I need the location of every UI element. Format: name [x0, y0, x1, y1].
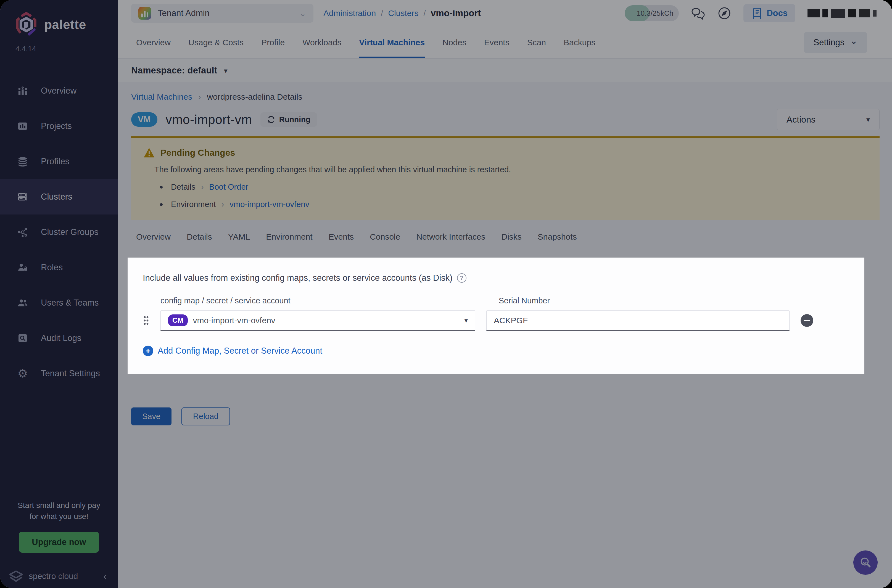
- breadcrumb-separator: /: [381, 9, 383, 18]
- environment-panel-title-row: Include all values from existing config …: [143, 273, 849, 283]
- sidebar-item-label: Clusters: [41, 192, 72, 202]
- serial-number-field-label: Serial Number: [499, 296, 813, 305]
- chevron-right-icon: ›: [201, 183, 204, 192]
- vm-tab-disks[interactable]: Disks: [502, 232, 522, 250]
- bullet-icon: [160, 186, 163, 189]
- save-button[interactable]: Save: [131, 408, 171, 425]
- usage-meter-text: 10.3/25kCh: [637, 9, 673, 18]
- help-icon[interactable]: ?: [457, 273, 466, 283]
- cluster-tabs-bar: Overview Usage & Costs Profile Workloads…: [118, 27, 892, 58]
- vm-tab-overview[interactable]: Overview: [136, 232, 171, 250]
- tab-workloads[interactable]: Workloads: [302, 27, 341, 58]
- upgrade-now-button[interactable]: Upgrade now: [19, 532, 99, 553]
- vm-tab-environment[interactable]: Environment: [266, 232, 312, 250]
- docs-label: Docs: [767, 8, 788, 18]
- breadcrumb-separator: ›: [198, 93, 201, 101]
- sidebar-item-cluster-groups[interactable]: Cluster Groups: [0, 214, 118, 250]
- sidebar-item-label: Roles: [41, 262, 63, 273]
- sidebar-item-label: Projects: [41, 121, 72, 131]
- caret-down-icon[interactable]: ▾: [224, 66, 228, 75]
- refresh-icon: [267, 116, 275, 124]
- drag-handle-icon[interactable]: [143, 315, 149, 326]
- sidebar-item-roles[interactable]: Roles: [0, 250, 118, 285]
- cluster-groups-icon: [15, 226, 30, 238]
- tab-virtual-machines[interactable]: Virtual Machines: [359, 27, 425, 58]
- sidebar-footer: spectro cloud ‹: [0, 564, 118, 588]
- gear-icon: ⚙: [15, 368, 30, 379]
- profiles-icon: [15, 156, 30, 167]
- tab-usage-costs[interactable]: Usage & Costs: [188, 27, 243, 58]
- tab-nodes[interactable]: Nodes: [442, 27, 466, 58]
- vm-breadcrumb-parent-link[interactable]: Virtual Machines: [131, 92, 192, 102]
- namespace-bar: Namespace: default ▾: [118, 58, 892, 82]
- pending-area: Environment: [171, 200, 216, 209]
- cloud-word: cloud: [58, 572, 78, 580]
- sidebar-item-projects[interactable]: Projects: [0, 108, 118, 144]
- chat-icon[interactable]: [691, 7, 705, 20]
- caret-down-icon: ▾: [464, 316, 468, 324]
- sidebar-collapse-icon[interactable]: ‹: [103, 571, 107, 582]
- tab-profile[interactable]: Profile: [261, 27, 285, 58]
- vm-tab-network-interfaces[interactable]: Network Interfaces: [416, 232, 485, 250]
- compass-icon[interactable]: [718, 6, 731, 20]
- vm-breadcrumb: Virtual Machines › wordpress-adelina Det…: [131, 92, 880, 102]
- actions-label: Actions: [787, 115, 815, 125]
- serial-number-input[interactable]: [486, 310, 790, 331]
- main-column: Tenant Admin ⌄ Administration / Clusters…: [118, 0, 892, 588]
- settings-button[interactable]: Settings ⌄: [804, 32, 867, 53]
- app-version: 4.4.14: [0, 37, 118, 53]
- top-bar: Tenant Admin ⌄ Administration / Clusters…: [118, 0, 892, 27]
- sidebar: palette 4.4.14 Overview: [0, 0, 118, 588]
- tenant-scope-select[interactable]: Tenant Admin ⌄: [131, 4, 314, 22]
- namespace-select[interactable]: Namespace: default: [131, 65, 217, 76]
- vm-tab-events[interactable]: Events: [329, 232, 354, 250]
- status-badge: Running: [260, 112, 317, 127]
- chevron-down-icon: ⌄: [850, 38, 858, 44]
- sidebar-item-profiles[interactable]: Profiles: [0, 144, 118, 179]
- chevron-right-icon: ›: [221, 200, 224, 209]
- configmap-select[interactable]: CM vmo-import-vm-ovfenv ▾: [161, 310, 475, 331]
- vm-tab-details[interactable]: Details: [187, 232, 212, 250]
- roles-icon: [15, 262, 30, 273]
- docs-button[interactable]: Docs: [743, 4, 795, 22]
- tab-backups[interactable]: Backups: [564, 27, 595, 58]
- configmap-row: CM vmo-import-vm-ovfenv ▾: [143, 310, 849, 331]
- reload-button[interactable]: Reload: [182, 408, 230, 425]
- tab-scan[interactable]: Scan: [527, 27, 546, 58]
- breadcrumb-link-clusters[interactable]: Clusters: [388, 9, 418, 18]
- pending-link-boot-order[interactable]: Boot Order: [209, 183, 248, 192]
- pending-link-ovfenv[interactable]: vmo-import-vm-ovfenv: [230, 200, 309, 209]
- tenant-scope-icon: [138, 7, 151, 20]
- tab-events[interactable]: Events: [484, 27, 509, 58]
- resource-center-launcher-button[interactable]: [853, 550, 878, 575]
- clusters-icon: [15, 191, 30, 202]
- vm-tab-yaml[interactable]: YAML: [228, 232, 250, 250]
- pending-item-details: Details › Boot Order: [160, 183, 867, 192]
- plus-icon: +: [143, 346, 153, 356]
- vm-tab-console[interactable]: Console: [370, 232, 400, 250]
- sidebar-item-audit-logs[interactable]: Audit Logs: [0, 321, 118, 356]
- vm-kind-badge: VM: [131, 112, 158, 127]
- sidebar-item-tenant-settings[interactable]: ⚙ Tenant Settings: [0, 356, 118, 391]
- add-configmap-label: Add Config Map, Secret or Service Accoun…: [158, 346, 322, 356]
- vm-tab-snapshots[interactable]: Snapshots: [538, 232, 577, 250]
- sidebar-item-label: Profiles: [41, 156, 69, 166]
- panel-title-text: Include all values from existing config …: [143, 273, 453, 283]
- actions-dropdown[interactable]: Actions ▾: [777, 109, 880, 130]
- configmap-field-label: config map / secret / service account: [161, 296, 488, 305]
- remove-row-button[interactable]: [800, 314, 813, 327]
- status-label: Running: [279, 115, 311, 124]
- breadcrumb-link-administration[interactable]: Administration: [323, 9, 376, 18]
- add-configmap-link[interactable]: + Add Config Map, Secret or Service Acco…: [143, 346, 849, 356]
- pending-area: Details: [171, 183, 195, 192]
- sidebar-item-clusters[interactable]: Clusters: [0, 179, 118, 214]
- configmap-selected-value: vmo-import-vm-ovfenv: [193, 316, 275, 325]
- field-labels-row: config map / secret / service account Se…: [143, 296, 849, 305]
- tenant-scope-label: Tenant Admin: [158, 8, 210, 18]
- users-teams-icon: [15, 297, 30, 308]
- tab-overview[interactable]: Overview: [136, 27, 171, 58]
- upsell-line2: for what you use!: [8, 511, 110, 522]
- app-window: palette 4.4.14 Overview: [0, 0, 892, 588]
- sidebar-item-users-teams[interactable]: Users & Teams: [0, 285, 118, 321]
- sidebar-item-overview[interactable]: Overview: [0, 73, 118, 108]
